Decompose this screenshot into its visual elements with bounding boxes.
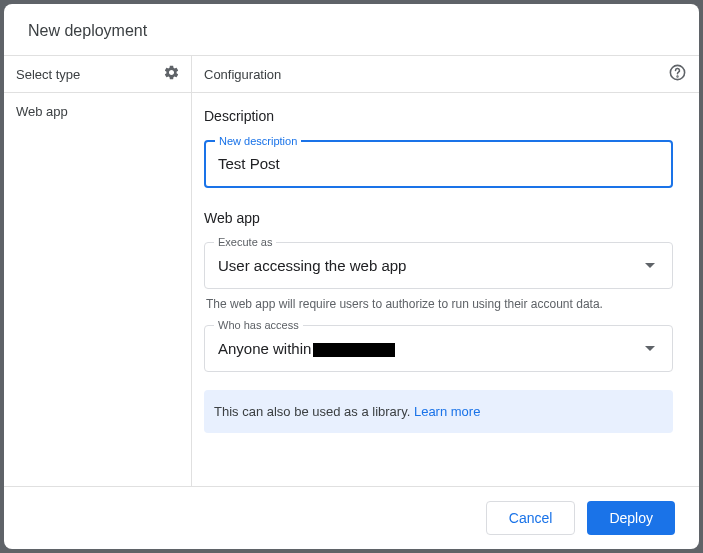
execute-as-helper: The web app will require users to author… <box>206 297 673 311</box>
dialog-title: New deployment <box>28 22 675 40</box>
dropdown-arrow-icon <box>645 263 655 268</box>
cancel-button[interactable]: Cancel <box>486 501 576 535</box>
select-type-header: Select type <box>4 56 191 93</box>
dropdown-arrow-icon <box>645 346 655 351</box>
banner-text: This can also be used as a library. <box>214 404 414 419</box>
deploy-button[interactable]: Deploy <box>587 501 675 535</box>
who-has-access-prefix: Anyone within <box>218 340 311 357</box>
dialog-body: Select type Web app Configuration <box>4 56 699 486</box>
help-icon <box>668 63 687 85</box>
configuration-label: Configuration <box>204 67 281 82</box>
execute-as-value: User accessing the web app <box>218 257 406 274</box>
svg-point-1 <box>677 76 678 77</box>
execute-as-legend: Execute as <box>214 236 276 248</box>
execute-as-select[interactable]: Execute as User accessing the web app <box>204 242 673 289</box>
left-panel: Select type Web app <box>4 56 192 486</box>
help-button[interactable] <box>667 64 687 84</box>
description-field: New description <box>204 140 673 188</box>
redacted-org-name <box>313 343 395 357</box>
configuration-content: Description New description Web app Exec… <box>192 93 699 486</box>
who-has-access-value: Anyone within <box>218 340 395 357</box>
webapp-section-label: Web app <box>204 210 673 226</box>
description-legend: New description <box>215 135 301 147</box>
new-deployment-dialog: New deployment Select type Web app Confi… <box>4 4 699 549</box>
library-info-banner: This can also be used as a library. Lear… <box>204 390 673 433</box>
dialog-footer: Cancel Deploy <box>4 486 699 549</box>
select-type-label: Select type <box>16 67 80 82</box>
description-section-label: Description <box>204 108 673 124</box>
select-type-gear-button[interactable] <box>161 64 181 84</box>
who-has-access-legend: Who has access <box>214 319 303 331</box>
dialog-header: New deployment <box>4 4 699 56</box>
description-input[interactable] <box>218 155 659 172</box>
type-item-web-app[interactable]: Web app <box>4 93 191 130</box>
gear-icon <box>163 64 180 84</box>
learn-more-link[interactable]: Learn more <box>414 404 480 419</box>
who-has-access-select[interactable]: Who has access Anyone within <box>204 325 673 372</box>
configuration-header: Configuration <box>192 56 699 93</box>
description-field-border: New description <box>204 140 673 188</box>
right-panel: Configuration Description New descriptio… <box>192 56 699 486</box>
